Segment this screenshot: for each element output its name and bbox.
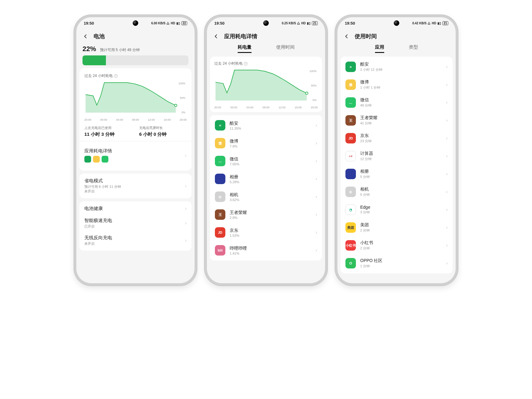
app-name: 相机 bbox=[360, 187, 446, 192]
app-sub: 1 小时 1 分钟 bbox=[360, 85, 446, 90]
power-save-card[interactable]: 省电模式 预计可用 6 小时 11 分钟 未开启 › bbox=[79, 174, 191, 198]
chevron-right-icon: › bbox=[446, 243, 448, 248]
chevron-right-icon: › bbox=[446, 171, 448, 177]
app-sub: 2 小时 12 分钟 bbox=[360, 67, 446, 72]
status-icons-right: 6.00 KB/S ⧋ HD ▮▯ 22 bbox=[151, 21, 187, 25]
app-row[interactable]: bili哔哩哔哩1.41%› bbox=[210, 241, 322, 259]
svg-text:0%: 0% bbox=[181, 111, 185, 114]
back-icon[interactable] bbox=[83, 33, 89, 39]
chevron-right-icon: › bbox=[446, 135, 448, 141]
app-row[interactable]: ◔Edge3 分钟› bbox=[341, 201, 453, 219]
chevron-right-icon: › bbox=[446, 260, 448, 266]
net-speed: 6.00 KB/S bbox=[151, 22, 165, 25]
app-row[interactable]: 相册5 分钟› bbox=[341, 165, 453, 183]
app-sub: 2.8% bbox=[230, 216, 316, 220]
title-bar: 使用时间 bbox=[337, 29, 456, 44]
app-row[interactable]: 美团美团2 分钟› bbox=[341, 219, 453, 236]
app-row[interactable]: ∝酷安2 小时 12 分钟› bbox=[341, 58, 453, 76]
app-row[interactable]: 相册5.28%› bbox=[210, 170, 322, 188]
app-sub: 12 分钟 bbox=[360, 157, 446, 161]
wifi-icon: ⧋ bbox=[167, 21, 169, 25]
app-icon: 微 bbox=[345, 79, 356, 90]
app-sub: 1.53% bbox=[230, 234, 316, 237]
fast-charge-row[interactable]: 智能极速充电 已开启 › bbox=[84, 215, 187, 232]
since-charge-value: 11 小时 3 分钟 bbox=[84, 131, 132, 137]
reverse-charge-row[interactable]: 无线反向充电 未开启 › bbox=[84, 232, 187, 249]
page-title: 应用耗电详情 bbox=[224, 33, 257, 40]
app-row[interactable]: ÷×计算器12 分钟› bbox=[341, 147, 453, 165]
screen-on-value: 6 小时 0 分钟 bbox=[139, 131, 187, 137]
app-row[interactable]: ◎相机3.62%› bbox=[210, 188, 322, 206]
app-row[interactable]: 小红书小红书2 分钟› bbox=[341, 236, 453, 254]
app-name: 王者荣耀 bbox=[230, 210, 316, 216]
app-row[interactable]: 微微博7.8%› bbox=[210, 134, 322, 152]
app-usage-detail-row[interactable]: 应用耗电详情 › bbox=[84, 145, 187, 166]
app-name: 计算器 bbox=[360, 151, 446, 156]
phone-frame-2: 19:50 0.25 KB/S ⧋ HD ▮▯ 21 应用耗电详情 耗电量 使用… bbox=[204, 15, 328, 286]
app-name: 哔哩哔哩 bbox=[230, 246, 316, 251]
chevron-right-icon: › bbox=[446, 64, 448, 70]
tab-apps[interactable]: 应用 bbox=[375, 44, 384, 53]
chevron-right-icon: › bbox=[316, 123, 317, 128]
app-row[interactable]: 王王者荣耀2.8%› bbox=[210, 206, 322, 224]
content-3: ∝酷安2 小时 12 分钟›微微博1 小时 1 分钟›…微信49 分钟›王王者荣… bbox=[337, 57, 456, 283]
clock: 19:50 bbox=[345, 21, 355, 26]
app-sub: 11.35% bbox=[230, 127, 316, 130]
app-sub: 1.41% bbox=[230, 252, 316, 255]
battery-health-row[interactable]: 电池健康 › bbox=[84, 203, 187, 215]
signal-icon: ▮▯ bbox=[176, 22, 180, 25]
tabs: 应用 类型 bbox=[337, 44, 456, 57]
app-row[interactable]: 王王者荣耀41 分钟› bbox=[341, 111, 453, 129]
battery-icon: 21 bbox=[312, 21, 318, 25]
help-icon[interactable]: ? bbox=[244, 62, 248, 66]
front-camera bbox=[133, 20, 138, 26]
battery-chart: 100% 50% 0% bbox=[84, 80, 187, 117]
app-name: 微信 bbox=[230, 156, 316, 162]
wechat-icon bbox=[102, 156, 108, 163]
clock: 19:50 bbox=[214, 21, 224, 26]
content-1: 22% 预计可用 5 小时 49 分钟 过去 24 小时耗电 ? 100% 50… bbox=[76, 44, 195, 283]
app-row[interactable]: OOPPO 社区1 分钟› bbox=[341, 254, 453, 272]
app-sub: 5 分钟 bbox=[360, 192, 446, 197]
more-settings-card: 电池健康 › 智能极速充电 已开启 › 无线反向充电 未开启 › bbox=[79, 201, 191, 251]
power-save-title: 省电模式 bbox=[84, 178, 185, 184]
app-row[interactable]: …微信7.65%› bbox=[210, 152, 322, 170]
hd-icon: HD bbox=[301, 22, 305, 25]
tab-time[interactable]: 使用时间 bbox=[276, 44, 295, 53]
app-row[interactable]: JD京东23 分钟› bbox=[341, 129, 453, 147]
chevron-right-icon: › bbox=[316, 176, 317, 182]
app-row[interactable]: …微信49 分钟› bbox=[341, 94, 453, 111]
signal-icon: ▮▯ bbox=[307, 22, 311, 25]
tab-power[interactable]: 耗电量 bbox=[238, 44, 252, 53]
help-icon[interactable]: ? bbox=[114, 74, 118, 78]
chevron-right-icon: › bbox=[316, 158, 317, 164]
svg-point-3 bbox=[175, 104, 177, 107]
app-icon: bili bbox=[215, 245, 225, 256]
tab-type[interactable]: 类型 bbox=[409, 44, 418, 53]
app-name: 小红书 bbox=[360, 240, 446, 246]
app-row[interactable]: ◎相机5 分钟› bbox=[341, 183, 453, 201]
app-icon: 微 bbox=[215, 138, 225, 148]
battery-summary: 22% 预计可用 5 小时 49 分钟 bbox=[79, 44, 191, 68]
page-title: 使用时间 bbox=[355, 33, 377, 40]
app-name: 王者荣耀 bbox=[360, 115, 446, 121]
app-icon: ∝ bbox=[215, 120, 225, 131]
chevron-right-icon: › bbox=[185, 153, 187, 158]
app-icon: O bbox=[345, 258, 356, 268]
app-row[interactable]: ∝酷安11.35%› bbox=[210, 116, 322, 134]
back-icon[interactable] bbox=[344, 33, 350, 39]
app-icon: … bbox=[215, 156, 225, 166]
title-bar: 应用耗电详情 bbox=[207, 29, 325, 44]
app-icon: JD bbox=[215, 227, 225, 238]
app-icon: ∝ bbox=[345, 62, 356, 72]
battery-icon: 21 bbox=[442, 21, 448, 25]
back-icon[interactable] bbox=[213, 33, 219, 39]
app-icon: ◎ bbox=[345, 187, 356, 197]
app-row[interactable]: 微微博1 小时 1 分钟› bbox=[341, 76, 453, 94]
svg-text:100%: 100% bbox=[309, 70, 316, 73]
chevron-right-icon: › bbox=[446, 207, 448, 212]
battery-icon: 22 bbox=[181, 21, 187, 25]
chevron-right-icon: › bbox=[316, 230, 317, 235]
app-row[interactable]: JD京东1.53%› bbox=[210, 224, 322, 241]
app-icon: 王 bbox=[345, 115, 356, 126]
